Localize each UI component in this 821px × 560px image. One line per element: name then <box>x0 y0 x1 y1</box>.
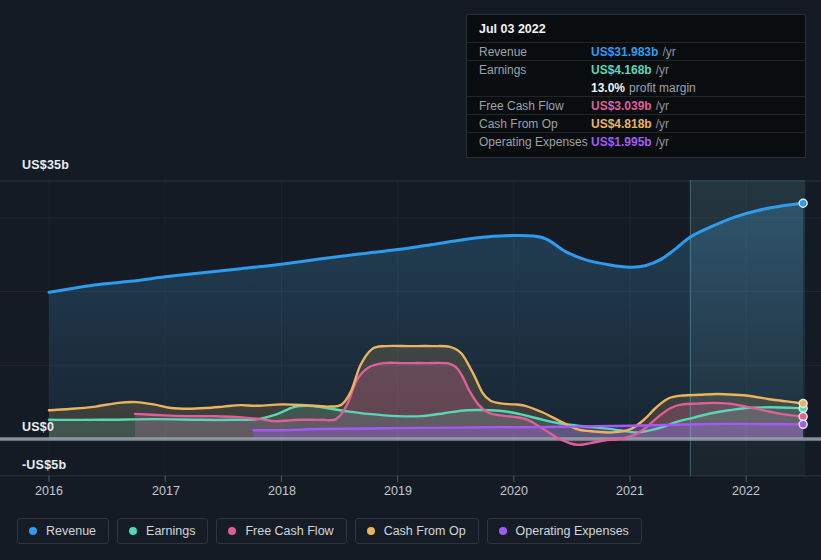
tooltip-row-earnings: Earnings US$4.168b/yr <box>467 60 805 78</box>
profit-margin-label: profit margin <box>629 81 696 95</box>
x-axis-label-2017: 2017 <box>136 484 196 498</box>
x-axis-label-2019: 2019 <box>368 484 428 498</box>
opex-endpoint-marker[interactable] <box>799 420 807 428</box>
legend-label: Revenue <box>46 524 96 538</box>
tooltip-unit: /yr <box>662 45 675 59</box>
tooltip-unit: /yr <box>656 135 669 149</box>
tooltip-value: US$3.039b <box>591 99 652 113</box>
x-axis-label-2018: 2018 <box>252 484 312 498</box>
legend-label: Free Cash Flow <box>245 524 333 538</box>
operating-expenses-dot-icon <box>499 527 507 535</box>
tooltip-date: Jul 03 2022 <box>467 15 805 42</box>
tooltip-unit: /yr <box>656 99 669 113</box>
tooltip-value: US$1.995b <box>591 135 652 149</box>
x-axis-label-2020: 2020 <box>484 484 544 498</box>
y-axis-label-neg5b: -US$5b <box>22 458 66 472</box>
earnings-dot-icon <box>129 527 137 535</box>
x-axis-label-2022: 2022 <box>716 484 776 498</box>
x-axis-label-2016: 2016 <box>19 484 79 498</box>
highlight-band <box>690 180 805 476</box>
legend-item-free-cash-flow[interactable]: Free Cash Flow <box>216 518 346 544</box>
legend-label: Earnings <box>146 524 195 538</box>
tooltip-label: Earnings <box>479 63 591 77</box>
y-axis-label-35b: US$35b <box>22 158 69 172</box>
revenue-dot-icon <box>29 527 37 535</box>
tooltip-row-operating-expenses: Operating Expenses US$1.995b/yr <box>467 132 805 150</box>
legend-item-earnings[interactable]: Earnings <box>117 518 208 544</box>
tooltip-label: Operating Expenses <box>479 135 591 149</box>
legend-item-cash-from-op[interactable]: Cash From Op <box>355 518 479 544</box>
earnings-revenue-history-chart: US$35b US$0 -US$5b 2016 2017 2018 2019 2… <box>0 0 821 560</box>
tooltip-label: Revenue <box>479 45 591 59</box>
legend-item-operating-expenses[interactable]: Operating Expenses <box>487 518 642 544</box>
fcf-endpoint-marker[interactable] <box>799 413 807 421</box>
cash-from-op-dot-icon <box>367 527 375 535</box>
y-axis-label-0: US$0 <box>22 420 54 434</box>
tooltip-row-profit-margin: 13.0%profit margin <box>467 78 805 96</box>
cashop-endpoint-marker[interactable] <box>799 399 807 407</box>
tooltip-value: US$31.983b <box>591 45 658 59</box>
tooltip-unit: /yr <box>656 117 669 131</box>
tooltip-label: Cash From Op <box>479 117 591 131</box>
chart-legend: Revenue Earnings Free Cash Flow Cash Fro… <box>17 518 642 544</box>
chart-tooltip: Jul 03 2022 Revenue US$31.983b/yr Earnin… <box>466 14 806 158</box>
legend-item-revenue[interactable]: Revenue <box>17 518 109 544</box>
legend-label: Cash From Op <box>384 524 466 538</box>
tooltip-row-cash-from-op: Cash From Op US$4.818b/yr <box>467 114 805 132</box>
legend-label: Operating Expenses <box>516 524 629 538</box>
tooltip-label: Free Cash Flow <box>479 99 591 113</box>
free-cash-flow-dot-icon <box>228 527 236 535</box>
x-axis-label-2021: 2021 <box>600 484 660 498</box>
tooltip-value: US$4.818b <box>591 117 652 131</box>
tooltip-row-revenue: Revenue US$31.983b/yr <box>467 42 805 60</box>
tooltip-row-free-cash-flow: Free Cash Flow US$3.039b/yr <box>467 96 805 114</box>
profit-margin-value: 13.0% <box>591 81 625 95</box>
tooltip-value: US$4.168b <box>591 63 652 77</box>
tooltip-unit: /yr <box>656 63 669 77</box>
revenue-endpoint-marker[interactable] <box>799 199 807 207</box>
